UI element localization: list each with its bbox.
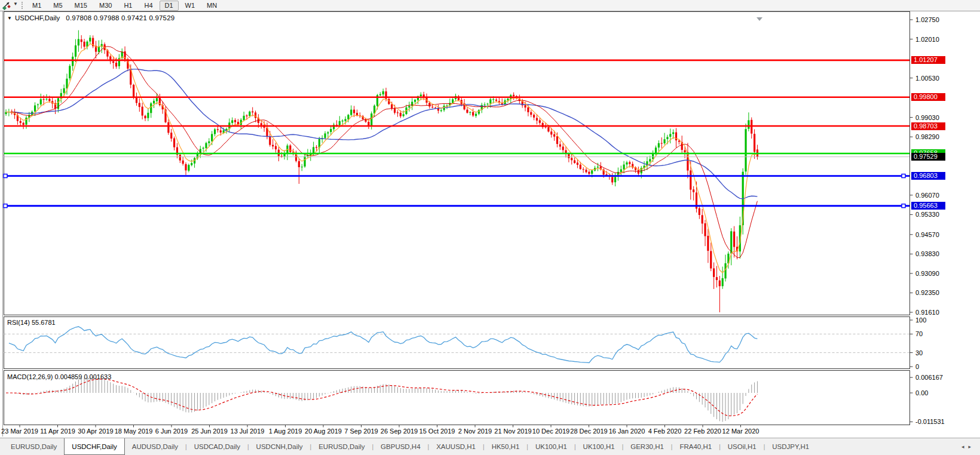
toolbar-grip[interactable] bbox=[22, 2, 23, 9]
timeframe-button-m1[interactable]: M1 bbox=[27, 1, 47, 11]
chart-tab-usoil-h1[interactable]: USOil,H1 bbox=[721, 438, 764, 455]
collapse-triangle-icon[interactable]: ▼ bbox=[7, 16, 12, 21]
macd-panel-frame bbox=[4, 371, 910, 425]
chart-tab-eurusd-daily[interactable]: EURUSD,Daily bbox=[4, 438, 64, 455]
rsi-tick-label: 30 bbox=[915, 349, 923, 356]
macd-tick-label: -0.011531 bbox=[915, 418, 945, 425]
chart-tab-usdcad-daily[interactable]: USDCAD,Daily bbox=[187, 438, 247, 455]
timeframe-button-d1[interactable]: D1 bbox=[160, 1, 179, 11]
rsi-label: RSI(14) 55.6781 bbox=[7, 319, 56, 326]
chart-tab-usdchf-daily[interactable]: USDCHF,Daily bbox=[64, 438, 124, 455]
tab-scroll-right-icon[interactable]: ▸ bbox=[968, 444, 975, 450]
macd-tick-label: 0.006167 bbox=[915, 374, 943, 381]
price-badge-1.01207: 1.01207 bbox=[911, 56, 945, 64]
chart-tab-uk100-h1[interactable]: UK100,H1 bbox=[528, 438, 574, 455]
timeframe-button-m15[interactable]: M15 bbox=[69, 1, 93, 11]
timeframe-button-m5[interactable]: M5 bbox=[48, 1, 68, 11]
main-panel-frame bbox=[4, 12, 910, 315]
hline-handle[interactable] bbox=[4, 204, 7, 208]
chart-tab-ger30-h1[interactable]: GER30,H1 bbox=[623, 438, 671, 455]
price-tick-label: 1.00530 bbox=[915, 75, 939, 82]
rsi-tick-label: 70 bbox=[915, 330, 923, 337]
toolbar: ▼ M1M5M15M30H1H4D1W1MN bbox=[0, 0, 980, 11]
timeframe-button-h1[interactable]: H1 bbox=[118, 1, 137, 11]
macd-label: MACD(12,26,9) 0.004859 0.001633 bbox=[7, 373, 111, 380]
price-tick-label: 0.96070 bbox=[915, 192, 939, 199]
chart-tab-usdjpy-h1[interactable]: USDJPY,H1 bbox=[765, 438, 816, 455]
price-tick-label: 1.02750 bbox=[915, 16, 939, 23]
chart-tabs: EURUSD,DailyUSDCHF,DailyAUDUSD,Daily|USD… bbox=[4, 438, 816, 455]
timeframe-button-mn[interactable]: MN bbox=[201, 1, 222, 11]
current-price-badge: 0.97529 bbox=[911, 153, 945, 161]
hline-handle[interactable] bbox=[902, 204, 905, 208]
price-badge-0.95663: 0.95663 bbox=[911, 202, 945, 210]
hline-handle[interactable] bbox=[902, 174, 905, 178]
price-tick-label: 1.02010 bbox=[915, 36, 939, 43]
price-tick-label: 0.91610 bbox=[915, 309, 939, 316]
dropdown-caret-icon[interactable]: ▼ bbox=[13, 1, 18, 7]
chart-canvas bbox=[0, 11, 980, 438]
rsi-tick-label: 100 bbox=[915, 316, 926, 324]
chart-symbol-label: USDCHF,Daily bbox=[15, 14, 60, 21]
macd-tick-label: 0.00 bbox=[915, 389, 928, 396]
price-tick-label: 0.93830 bbox=[915, 250, 939, 257]
timeframe-button-h4[interactable]: H4 bbox=[139, 1, 158, 11]
tab-scroll-arrows: ◂▸ bbox=[961, 444, 975, 450]
chart-tab-bar: EURUSD,DailyUSDCHF,DailyAUDUSD,Daily|USD… bbox=[0, 438, 980, 455]
date-label: 12 Mar 2020 bbox=[716, 428, 766, 435]
chart-tab-fra40-h1[interactable]: FRA40,H1 bbox=[672, 438, 719, 455]
chart-tab-audusd-daily[interactable]: AUDUSD,Daily bbox=[125, 438, 185, 455]
price-tick-label: 0.99030 bbox=[915, 114, 939, 121]
tab-scroll-left-icon[interactable]: ◂ bbox=[961, 444, 969, 450]
ohlc-header: ▼USDCHF,Daily0.97808 0.97988 0.97421 0.9… bbox=[7, 14, 174, 21]
chart-tab-hk50-h1[interactable]: HK50,H1 bbox=[485, 438, 527, 455]
chart-tab-usdcnh-daily[interactable]: USDCNH,Daily bbox=[249, 438, 310, 455]
line-studies-icon[interactable] bbox=[2, 1, 11, 10]
timeframe-buttons: M1M5M15M30H1H4D1W1MN bbox=[26, 0, 223, 11]
timeframe-button-m30[interactable]: M30 bbox=[94, 1, 117, 11]
price-badge-0.96803: 0.96803 bbox=[911, 172, 945, 180]
price-tick-label: 0.94570 bbox=[915, 231, 939, 238]
chart-svg bbox=[0, 11, 980, 438]
price-tick-label: 0.98290 bbox=[915, 133, 939, 140]
price-tick-label: 0.93090 bbox=[915, 270, 939, 277]
price-badge-0.998: 0.99800 bbox=[911, 93, 945, 101]
rsi-tick-label: 0 bbox=[915, 363, 919, 370]
chart-tab-eurusd-daily[interactable]: EURUSD,Daily bbox=[311, 438, 372, 455]
mt4-window: ▼ M1M5M15M30H1H4D1W1MN ▼USDCHF,Daily0.97… bbox=[0, 0, 980, 455]
timeframe-button-w1[interactable]: W1 bbox=[180, 1, 201, 11]
chart-tab-uk100-h1[interactable]: UK100,H1 bbox=[576, 438, 622, 455]
hline-handle[interactable] bbox=[4, 174, 7, 178]
price-badge-0.98703: 0.98703 bbox=[911, 122, 945, 130]
price-tick-label: 0.95330 bbox=[915, 211, 939, 218]
price-tick-label: 0.92350 bbox=[915, 289, 939, 296]
chart-tab-xauusd-h1[interactable]: XAUUSD,H1 bbox=[429, 438, 483, 455]
chart-tab-gbpusd-h4[interactable]: GBPUSD,H4 bbox=[373, 438, 427, 455]
rsi-panel-frame bbox=[4, 317, 910, 369]
ohlc-values: 0.97808 0.97988 0.97421 0.97529 bbox=[66, 14, 174, 21]
